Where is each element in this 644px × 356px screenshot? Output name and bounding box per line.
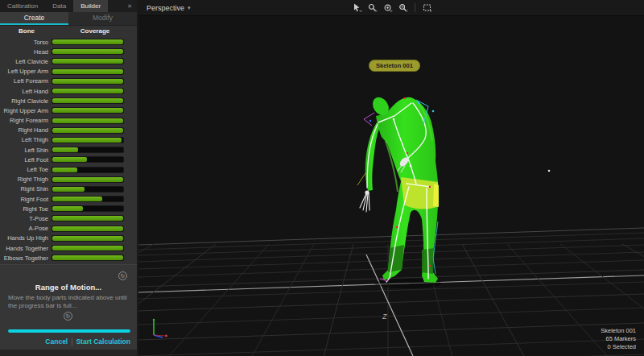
coverage-bar [52, 127, 124, 134]
bone-row: Left Clavicle [0, 56, 137, 66]
axis-gizmo [153, 319, 167, 337]
coverage-bar [52, 196, 124, 202]
select-tool[interactable] [352, 2, 362, 13]
bone-coverage-list: Torso Head Left Clavicle Left Upper Arm … [0, 36, 137, 263]
bone-label: Right Hand [0, 126, 52, 134]
bone-row: Right Toe [0, 204, 137, 213]
marquee-select-tool[interactable] [422, 2, 432, 13]
coverage-bar-fill [52, 79, 123, 84]
coverage-bar-fill [52, 226, 123, 231]
close-icon[interactable]: ✕ [122, 0, 137, 12]
bone-label: Head [0, 48, 52, 56]
coverage-bar [52, 118, 124, 124]
button-separator: | [68, 337, 76, 346]
column-header: Bone Coverage [0, 26, 137, 36]
coverage-bar-fill [52, 49, 123, 54]
panel-title: Range of Motion... [0, 283, 137, 292]
coverage-bar [52, 156, 124, 163]
orbit-tool[interactable] [398, 2, 408, 13]
skeleton-name-label: Skeleton 001 [369, 60, 420, 72]
zoom-tool[interactable] [367, 2, 378, 13]
bone-label: Left Foot [0, 156, 52, 164]
range-of-motion-panel: ↻ Range of Motion... Move the body parts… [0, 264, 137, 350]
bone-row: Hands Together [0, 243, 137, 253]
coverage-bar [52, 176, 124, 183]
viewport-toolbar [352, 2, 432, 13]
coverage-bar-fill [52, 187, 85, 192]
bone-row: Torso [0, 37, 137, 47]
coverage-bar-fill [52, 108, 123, 113]
coverage-bar-fill [52, 206, 83, 211]
bone-label: Hands Up High [0, 234, 52, 242]
bone-label: Left Thigh [0, 136, 52, 143]
coverage-bar-fill [52, 197, 102, 201]
tab-data[interactable]: Data [45, 0, 73, 12]
bone-label: Left Forearm [0, 77, 52, 85]
bone-label: Right Clavicle [0, 97, 52, 105]
coverage-bar [52, 235, 124, 242]
coverage-bar-fill [52, 216, 123, 221]
toolbar-divider [415, 3, 415, 12]
coverage-bar-fill [52, 69, 123, 74]
status-selected-count: 0 Selected [601, 343, 636, 351]
coverage-bar [52, 186, 124, 192]
coverage-bar-fill [52, 118, 123, 123]
bone-label: Right Upper Arm [0, 107, 52, 114]
tab-builder[interactable]: Builder [73, 0, 108, 12]
action-buttons: Cancel|Start Calculation [45, 337, 130, 346]
pan-tool[interactable] [382, 2, 393, 13]
coverage-bar [52, 205, 124, 212]
coverage-bar [52, 215, 124, 221]
coverage-bar-fill [52, 39, 123, 44]
coverage-bar-fill [52, 168, 77, 172]
coverage-bar-fill [52, 138, 122, 143]
status-marker-count: 65 Markers [601, 335, 636, 343]
coverage-bar [52, 137, 124, 143]
coverage-bar [52, 255, 124, 261]
bone-label: Right Thigh [0, 176, 52, 183]
view-mode-label: Perspective [147, 4, 184, 12]
bone-row: Right Shin [0, 184, 137, 194]
tab-calibration[interactable]: Calibration [0, 0, 45, 12]
tab-modify[interactable]: Modify [68, 12, 137, 25]
tab-create[interactable]: Create [0, 12, 68, 25]
start-calculation-button[interactable]: Start Calculation [76, 337, 130, 346]
coverage-bar [52, 147, 124, 153]
coverage-bar [52, 226, 124, 232]
bone-row: Left Shin [0, 145, 137, 155]
coverage-bar-fill [52, 89, 123, 93]
view-mode-dropdown[interactable]: Perspective ▾ [138, 4, 199, 12]
3d-viewport[interactable]: Perspective ▾ [138, 0, 644, 356]
skeleton-figure[interactable] [357, 94, 442, 288]
bone-row: Left Upper Arm [0, 67, 137, 77]
bone-label: Right Toe [0, 205, 52, 213]
bone-label: Right Shin [0, 185, 52, 192]
coverage-bar-fill [52, 177, 123, 182]
coverage-bar-fill [52, 128, 123, 133]
bone-row: Left Forearm [0, 77, 137, 86]
refresh-icon[interactable]: ↻ [64, 312, 72, 321]
coverage-bar-fill [52, 246, 123, 250]
cancel-button[interactable]: Cancel [45, 337, 68, 346]
bone-label: Hands Together [0, 245, 52, 252]
bone-label: A-Pose [0, 225, 52, 232]
bone-label: Left Hand [0, 88, 52, 95]
coverage-bar-fill [52, 59, 123, 64]
bone-row: Elbows Together [0, 253, 137, 263]
status-skeleton-name: Skeleton 001 [601, 327, 636, 335]
bone-row: Left Hand [0, 86, 137, 96]
bone-row: Right Forearm [0, 116, 137, 126]
sidebar-footer [0, 350, 137, 356]
bone-row: T-Pose [0, 213, 137, 223]
viewport-topbar: Perspective ▾ [138, 0, 644, 16]
bone-label: Right Foot [0, 196, 52, 203]
column-coverage: Coverage [53, 27, 137, 35]
bone-label: Right Forearm [0, 117, 52, 124]
bone-label: Left Clavicle [0, 58, 52, 65]
refresh-icon[interactable]: ↻ [118, 271, 127, 280]
bone-label: Elbows Together [0, 255, 52, 262]
coverage-bar-fill [52, 98, 123, 103]
bone-label: Left Shin [0, 147, 52, 154]
marker-dot[interactable] [548, 170, 551, 172]
panel-description: Move the body parts indicated above unti… [8, 294, 129, 310]
